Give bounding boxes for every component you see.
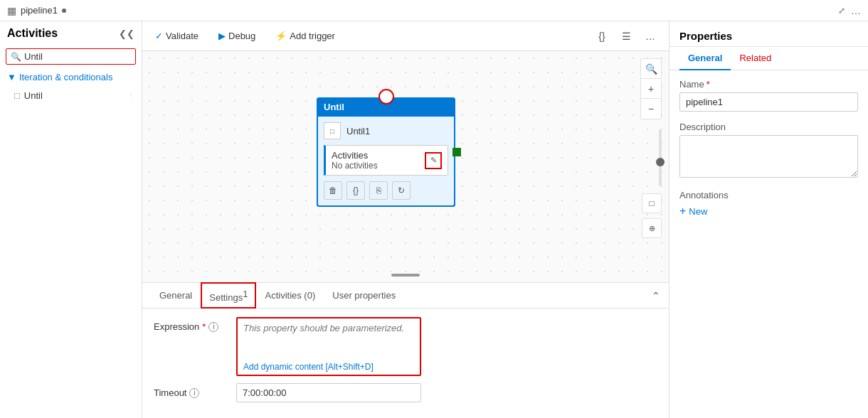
tab-settings[interactable]: Settings1 <box>201 282 256 308</box>
no-activities-text: No activities <box>332 161 378 171</box>
activities-label: Activities <box>332 150 378 161</box>
zoom-out-button[interactable]: − <box>641 99 661 119</box>
add-trigger-label: Add trigger <box>290 31 335 41</box>
prop-tab-general[interactable]: General <box>679 47 731 70</box>
drag-handle-icon: ⋮ <box>127 92 134 100</box>
code-view-button[interactable]: {} <box>592 26 612 46</box>
description-textarea[interactable] <box>679 135 858 178</box>
required-indicator: * <box>202 321 206 332</box>
expression-label-text: Expression <box>154 321 199 332</box>
expand-button[interactable]: ⊕ <box>642 218 662 238</box>
pipeline-canvas[interactable]: Until □ Until1 Activities No activities <box>142 51 669 282</box>
activities-sidebar: Activities ❮❮ 🔍 ▼ Iteration & conditiona… <box>0 21 142 418</box>
settings-badge: 1 <box>243 288 248 299</box>
timeout-label: Timeout i <box>154 383 225 398</box>
tab-general[interactable]: General <box>151 284 201 306</box>
zoom-search-button[interactable]: 🔍 <box>641 59 661 79</box>
copy-node-button[interactable]: ⎘ <box>369 181 388 200</box>
scroll-indicator <box>391 274 420 277</box>
timeout-info-icon[interactable]: i <box>189 388 199 398</box>
activities-section: Activities No activities ✎ <box>324 145 448 176</box>
annotations-section: Annotations + New <box>679 190 858 218</box>
debug-icon: ▶ <box>218 31 226 41</box>
node-body-icon: □ <box>324 122 341 139</box>
name-required: * <box>706 79 710 90</box>
node-start-connector <box>379 89 394 104</box>
zoom-thumb <box>656 158 665 166</box>
edit-activities-button[interactable]: ✎ <box>425 152 442 169</box>
search-icon: 🔍 <box>11 52 21 62</box>
description-label-text: Description <box>679 122 726 132</box>
chevron-down-icon: ▼ <box>7 72 16 82</box>
debug-button[interactable]: ▶ Debug <box>214 28 260 44</box>
delete-node-button[interactable]: 🗑 <box>324 181 342 200</box>
collapse-panel-button[interactable]: ⌃ <box>652 290 660 301</box>
timeout-row: Timeout i <box>154 383 657 402</box>
list-item[interactable]: □ Until ⋮ <box>0 87 142 104</box>
description-label: Description <box>679 122 858 132</box>
sidebar-controls: ❮❮ <box>119 28 134 39</box>
sidebar-header: Activities ❮❮ <box>0 21 142 45</box>
category-label: Iteration & conditionals <box>19 72 113 82</box>
more-options-icon[interactable]: … <box>851 5 861 16</box>
sidebar-title: Activities <box>7 27 58 40</box>
toolbar: ✓ Validate ▶ Debug ⚡ Add trigger {} ☰ … <box>142 21 669 51</box>
zoom-track[interactable] <box>659 129 662 186</box>
bottom-tabs: General Settings1 Activities (0) User pr… <box>142 283 669 309</box>
validate-button[interactable]: ✓ Validate <box>151 28 203 44</box>
zoom-slider-container <box>659 129 662 186</box>
name-input[interactable] <box>679 92 858 112</box>
tab-activities-label: Activities (0) <box>265 290 315 301</box>
node-actions: 🗑 {} ⎘ ↻ <box>324 181 448 200</box>
prop-tab-general-label: General <box>688 53 722 63</box>
new-annotation-button[interactable]: + New <box>679 205 858 218</box>
plus-icon: + <box>679 205 686 218</box>
prop-tab-related-label: Related <box>739 53 771 63</box>
redirect-node-button[interactable]: ↻ <box>392 181 411 200</box>
zoom-controls: 🔍 + − <box>640 58 662 119</box>
timeout-input[interactable] <box>236 383 421 402</box>
add-trigger-button[interactable]: ⚡ Add trigger <box>271 28 339 44</box>
tab-user-properties-label: User properties <box>332 290 396 301</box>
code-node-button[interactable]: {} <box>346 181 365 200</box>
search-input[interactable] <box>24 51 131 62</box>
tab-general-label: General <box>159 290 192 301</box>
pipeline-icon: ▦ <box>7 5 16 16</box>
properties-body: Name * Description Annotations + New <box>669 70 868 226</box>
name-label: Name * <box>679 79 858 90</box>
name-field: Name * <box>679 79 858 112</box>
node-end-connector <box>452 148 461 156</box>
fit-view-button[interactable]: □ <box>642 193 662 213</box>
zoom-in-button[interactable]: + <box>641 79 661 99</box>
new-annotation-label: New <box>689 206 707 217</box>
tab-settings-label: Settings1 <box>209 292 248 303</box>
title-bar-left: ▦ pipeline1 <box>7 5 66 16</box>
description-field: Description <box>679 122 858 180</box>
search-box[interactable]: 🔍 <box>6 48 136 65</box>
expression-textarea[interactable] <box>238 318 420 358</box>
name-label-text: Name <box>679 79 704 90</box>
timeout-label-text: Timeout <box>154 387 186 398</box>
validate-icon: ✓ <box>155 31 163 41</box>
overflow-button[interactable]: … <box>640 26 660 46</box>
properties-panel: Properties General Related Name * Descri… <box>669 21 868 418</box>
dynamic-content-link[interactable]: Add dynamic content [Alt+Shift+D] <box>238 360 420 375</box>
bottom-content: Expression * i Add dynamic content [Alt+… <box>142 309 669 418</box>
tab-activities[interactable]: Activities (0) <box>256 284 324 306</box>
expression-info-icon[interactable]: i <box>208 322 218 332</box>
collapse-icon[interactable]: ❮❮ <box>119 28 134 39</box>
resize-icon[interactable]: ⤢ <box>838 6 845 16</box>
category-header[interactable]: ▼ Iteration & conditionals <box>0 68 142 87</box>
monitor-button[interactable]: ☰ <box>616 26 636 46</box>
properties-tabs: General Related <box>669 47 868 70</box>
validate-label: Validate <box>166 31 199 41</box>
until-label: Until <box>24 90 43 101</box>
title-bar: ▦ pipeline1 ⤢ … <box>0 0 868 21</box>
until-icon: □ <box>14 90 20 101</box>
title-bar-right: ⤢ … <box>838 5 861 16</box>
toolbar-right: {} ☰ … <box>592 26 660 46</box>
debug-label: Debug <box>228 31 255 41</box>
until-node[interactable]: Until □ Until1 Activities No activities <box>317 97 455 207</box>
prop-tab-related[interactable]: Related <box>731 47 780 70</box>
tab-user-properties[interactable]: User properties <box>324 284 404 306</box>
